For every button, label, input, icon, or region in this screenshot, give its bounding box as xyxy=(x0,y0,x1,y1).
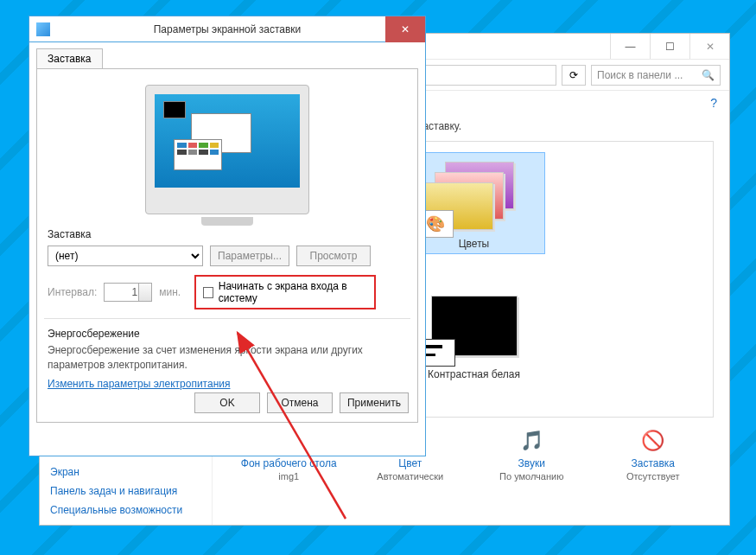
palette-icon: 🎨 xyxy=(426,214,445,233)
item-title: Цвет xyxy=(398,457,422,469)
minimize-button[interactable]: — xyxy=(610,34,650,59)
maximize-button[interactable]: ☐ xyxy=(650,34,689,59)
sidebar-item-display[interactable]: Экран xyxy=(50,466,201,478)
power-section-title: Энергосбережение xyxy=(48,328,407,340)
theme-label: Контрастная белая xyxy=(428,368,520,380)
interval-spinner[interactable]: 1 xyxy=(104,283,152,302)
preview-button: Просмотр xyxy=(296,246,371,266)
search-input[interactable]: Поиск в панели ... 🔍 xyxy=(591,65,721,86)
logon-checkbox-label: Начинать с экрана входа в систему xyxy=(219,280,367,304)
dialog-buttons: OK Отмена Применить xyxy=(194,392,409,413)
item-title: Фон рабочего стола xyxy=(241,457,337,469)
parameters-button: Параметры... xyxy=(210,246,289,266)
item-title: Звуки xyxy=(518,457,545,469)
item-subtitle: По умолчанию xyxy=(499,471,563,482)
close-button[interactable]: ✕ xyxy=(689,34,729,59)
item-title: Заставка xyxy=(631,457,675,469)
dialog-body: Заставка (нет) Параметры... Просмотр Инт… xyxy=(36,68,418,423)
cancel-button[interactable]: Отмена xyxy=(267,392,333,413)
item-subtitle: Автоматически xyxy=(377,471,443,482)
screensaver-link[interactable]: 🚫 Заставка Отсутствует xyxy=(597,426,709,482)
screensaver-select[interactable]: (нет) xyxy=(48,246,203,266)
search-icon: 🔍 xyxy=(702,69,715,81)
logon-checkbox-highlight: Начинать с экрана входа в систему xyxy=(194,275,376,309)
dialog-titlebar: Параметры экранной заставки ✕ xyxy=(29,16,425,42)
sounds-link[interactable]: 🎵 Звуки По умолчанию xyxy=(475,426,588,482)
monitor-preview xyxy=(145,85,309,214)
power-description: Энергосбережение за счет изменения яркос… xyxy=(48,343,407,373)
tab-strip: Заставка xyxy=(29,42,425,68)
interval-label: Интервал: xyxy=(48,286,97,298)
sidebar-item-taskbar[interactable]: Панель задач и навигация xyxy=(50,485,201,497)
item-subtitle: Отсутствует xyxy=(626,471,680,482)
theme-label: Цветы xyxy=(459,238,490,250)
screensaver-label: Заставка xyxy=(48,228,407,240)
screensaver-settings-dialog: Параметры экранной заставки ✕ Заставка xyxy=(29,16,426,456)
item-subtitle: img1 xyxy=(278,471,299,482)
refresh-button[interactable]: ⟳ xyxy=(562,65,586,86)
dialog-title: Параметры экранной заставки xyxy=(154,23,302,35)
screensaver-icon: 🚫 xyxy=(638,426,668,456)
power-settings-link[interactable]: Изменить параметры электропитания xyxy=(48,378,230,390)
close-button[interactable]: ✕ xyxy=(385,16,425,42)
search-placeholder: Поиск в панели ... xyxy=(597,69,683,81)
tab-screensaver[interactable]: Заставка xyxy=(36,48,103,68)
ok-button[interactable]: OK xyxy=(194,392,260,413)
apply-button[interactable]: Применить xyxy=(340,392,409,413)
sidebar-item-accessibility[interactable]: Специальные возможности xyxy=(50,504,201,516)
system-icon xyxy=(36,22,50,36)
logon-checkbox[interactable] xyxy=(203,287,213,298)
sound-icon: 🎵 xyxy=(517,426,546,456)
interval-unit: мин. xyxy=(159,286,181,298)
